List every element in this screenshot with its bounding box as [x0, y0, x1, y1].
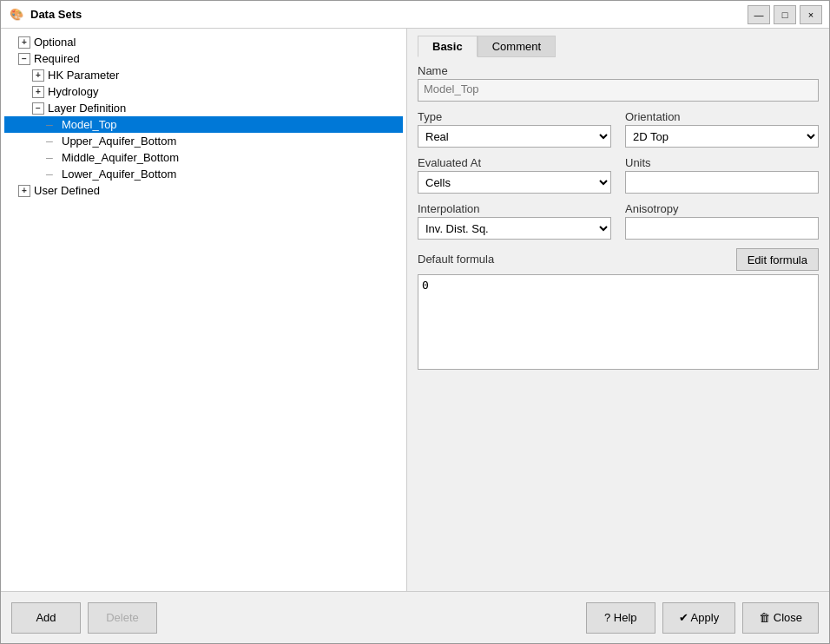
add-button[interactable]: Add [11, 602, 81, 634]
units-label: Units [625, 156, 819, 169]
tree-label-user: User Defined [34, 184, 100, 197]
tree-item-user-defined[interactable]: + User Defined [4, 182, 403, 199]
close-button[interactable]: × [800, 5, 822, 24]
orientation-label: Orientation [625, 110, 819, 123]
tree-item-upper-aquifer[interactable]: ─ Upper_Aquifer_Bottom [4, 133, 403, 149]
orientation-field-group: Orientation 2D Top 2D Bottom 3D [625, 110, 819, 148]
tree-label-model-top: Model_Top [62, 118, 117, 131]
title-bar: 🎨 Data Sets — □ × [1, 1, 829, 29]
interpolation-select[interactable]: Inv. Dist. Sq. Linear Nearest [418, 217, 611, 240]
expand-icon-required: − [18, 53, 30, 65]
tree-label-hk: HK Parameter [48, 69, 119, 82]
leaf-line-upper: ─ [46, 136, 58, 147]
tree-item-lower-aquifer[interactable]: ─ Lower_Aquifer_Bottom [4, 166, 403, 182]
form-content: Name Model_Top Type Real Integer Boolean [418, 64, 819, 584]
expand-icon-hk: + [32, 69, 44, 82]
type-select[interactable]: Real Integer Boolean [418, 125, 611, 148]
name-display: Model_Top [418, 79, 819, 102]
type-label: Type [418, 110, 611, 123]
tree-label-hydrology: Hydrology [48, 85, 99, 98]
units-field-group: Units [625, 156, 819, 194]
formula-textarea[interactable]: 0 [418, 274, 819, 370]
window-controls: — □ × [748, 5, 822, 24]
right-panel: Basic Comment Name Model_Top Type [407, 29, 829, 591]
units-input[interactable] [625, 171, 819, 194]
tree-item-optional[interactable]: + Optional [4, 34, 403, 50]
expand-icon-layer: − [32, 102, 44, 115]
tree-item-model-top[interactable]: ─ Model_Top [4, 116, 403, 133]
main-content: + Optional − Required + HK Parameter + H… [1, 29, 829, 591]
tree-label-lower: Lower_Aquifer_Bottom [62, 168, 176, 181]
type-field-group: Type Real Integer Boolean [418, 110, 611, 148]
leaf-line-lower: ─ [46, 169, 58, 180]
close-dialog-button[interactable]: 🗑 Close [742, 602, 819, 634]
tab-basic[interactable]: Basic [418, 36, 478, 57]
window-title: Data Sets [30, 8, 82, 21]
anisotropy-group: Anisotropy 1 [625, 202, 819, 240]
interpolation-label: Interpolation [418, 202, 611, 215]
help-button[interactable]: ? Help [586, 602, 655, 634]
evaluated-at-label: Evaluated At [418, 156, 611, 169]
tree-label-upper: Upper_Aquifer_Bottom [62, 135, 176, 148]
app-icon: 🎨 [8, 6, 25, 23]
formula-section: Default formula Edit formula 0 [418, 248, 819, 372]
delete-button[interactable]: Delete [88, 602, 157, 634]
expand-icon-user: + [18, 185, 30, 197]
tab-bar: Basic Comment [418, 36, 819, 57]
tab-comment-label: Comment [492, 40, 541, 53]
title-bar-left: 🎨 Data Sets [8, 6, 82, 23]
tree-item-middle-aquifer[interactable]: ─ Middle_Aquifer_Bottom [4, 149, 403, 166]
interpolation-anisotropy-row: Interpolation Inv. Dist. Sq. Linear Near… [418, 202, 819, 240]
tree-label-optional: Optional [34, 36, 76, 49]
tab-basic-label: Basic [432, 40, 463, 53]
tree-panel: + Optional − Required + HK Parameter + H… [1, 29, 407, 591]
leaf-line-middle: ─ [46, 153, 58, 163]
tree-item-layer-definition[interactable]: − Layer Definition [4, 100, 403, 116]
expand-icon-hydrology: + [32, 86, 44, 98]
tab-comment[interactable]: Comment [478, 36, 556, 57]
interpolation-group: Interpolation Inv. Dist. Sq. Linear Near… [418, 202, 611, 240]
expand-icon-optional: + [18, 36, 30, 49]
evaluated-units-row: Evaluated At Cells Nodes Faces Units [418, 156, 819, 194]
bottom-bar: Add Delete ? Help ✔ Apply 🗑 Close [1, 591, 829, 643]
edit-formula-button[interactable]: Edit formula [736, 248, 819, 271]
orientation-select[interactable]: 2D Top 2D Bottom 3D [625, 125, 819, 148]
apply-button[interactable]: ✔ Apply [662, 602, 735, 634]
evaluated-at-select[interactable]: Cells Nodes Faces [418, 171, 611, 194]
evaluated-at-group: Evaluated At Cells Nodes Faces [418, 156, 611, 194]
tree-label-layer: Layer Definition [48, 102, 126, 115]
maximize-button[interactable]: □ [774, 5, 796, 24]
anisotropy-input[interactable]: 1 [625, 217, 819, 240]
anisotropy-label: Anisotropy [625, 202, 819, 215]
tree-label-middle: Middle_Aquifer_Bottom [62, 151, 179, 164]
minimize-button[interactable]: — [748, 5, 770, 24]
leaf-line-model-top: ─ [46, 120, 58, 130]
tree-item-hydrology[interactable]: + Hydrology [4, 83, 403, 100]
type-orientation-row: Type Real Integer Boolean Orientation 2D… [418, 110, 819, 148]
tree-item-required[interactable]: − Required [4, 50, 403, 67]
tree-label-required: Required [34, 52, 80, 65]
name-label: Name [418, 64, 819, 77]
name-field-group: Name Model_Top [418, 64, 819, 102]
tree-item-hk-parameter[interactable]: + HK Parameter [4, 67, 403, 83]
action-buttons: ? Help ✔ Apply 🗑 Close [586, 602, 819, 634]
main-window: 🎨 Data Sets — □ × + Optional − Required … [0, 0, 830, 644]
default-formula-label: Default formula [418, 253, 494, 266]
